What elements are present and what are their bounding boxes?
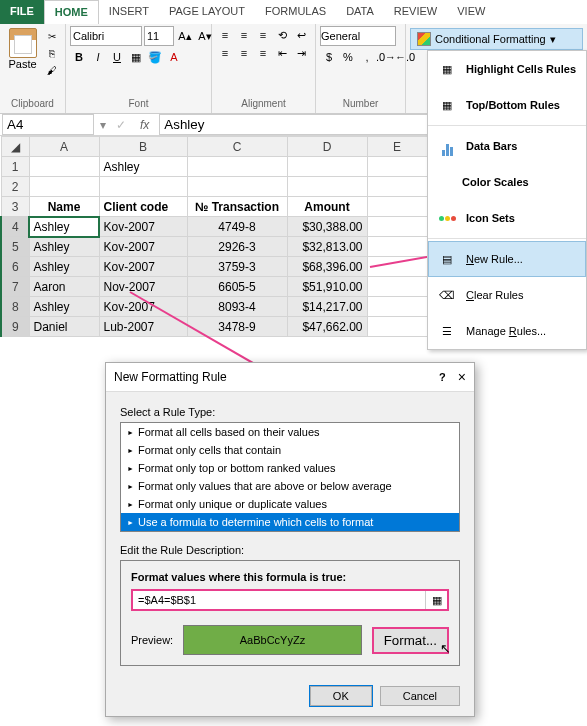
- cell[interactable]: Kov-2007: [99, 217, 187, 237]
- border-button[interactable]: ▦: [127, 48, 145, 66]
- cell[interactable]: [367, 217, 427, 237]
- increase-font-button[interactable]: A▴: [176, 27, 194, 45]
- cell[interactable]: 3759-3: [187, 257, 287, 277]
- cell[interactable]: Client code: [99, 197, 187, 217]
- cell[interactable]: 2926-3: [187, 237, 287, 257]
- tab-insert[interactable]: INSERT: [99, 0, 159, 24]
- cf-manage-rules[interactable]: ☰ Manage Rules...: [428, 313, 586, 349]
- cf-highlight-cells[interactable]: ▦ Highlight Cells Rules: [428, 51, 586, 87]
- cell[interactable]: Ashley: [29, 237, 99, 257]
- cell[interactable]: [367, 157, 427, 177]
- tab-file[interactable]: FILE: [0, 0, 44, 24]
- cell[interactable]: Daniel: [29, 317, 99, 337]
- cell[interactable]: Ashley: [29, 297, 99, 317]
- dialog-help-button[interactable]: ?: [439, 371, 446, 383]
- cell[interactable]: [367, 297, 427, 317]
- italic-button[interactable]: I: [89, 48, 107, 66]
- rule-type-option[interactable]: Format only unique or duplicate values: [121, 495, 459, 513]
- row-header[interactable]: 4: [1, 217, 29, 237]
- rule-type-option[interactable]: Format only cells that contain: [121, 441, 459, 459]
- align-center-button[interactable]: ≡: [235, 44, 253, 62]
- cell[interactable]: Nov-2007: [99, 277, 187, 297]
- rule-type-list[interactable]: Format all cells based on their values F…: [120, 422, 460, 532]
- cell[interactable]: [187, 157, 287, 177]
- format-button[interactable]: Format... ↖: [372, 627, 449, 654]
- cell[interactable]: Ashley: [29, 217, 99, 237]
- select-all-cell[interactable]: ◢: [1, 137, 29, 157]
- percent-button[interactable]: %: [339, 48, 357, 66]
- tab-page-layout[interactable]: PAGE LAYOUT: [159, 0, 255, 24]
- align-bottom-button[interactable]: ≡: [254, 26, 272, 44]
- cell[interactable]: 8093-4: [187, 297, 287, 317]
- cell[interactable]: [367, 197, 427, 217]
- bold-button[interactable]: B: [70, 48, 88, 66]
- tab-review[interactable]: REVIEW: [384, 0, 447, 24]
- row-header[interactable]: 8: [1, 297, 29, 317]
- currency-button[interactable]: $: [320, 48, 338, 66]
- row-header[interactable]: 9: [1, 317, 29, 337]
- cell[interactable]: Ashley: [29, 257, 99, 277]
- row-header[interactable]: 1: [1, 157, 29, 177]
- cell[interactable]: [29, 157, 99, 177]
- cf-color-scales[interactable]: Color Scales: [428, 164, 586, 200]
- copy-button[interactable]: ⎘: [43, 45, 61, 61]
- align-middle-button[interactable]: ≡: [235, 26, 253, 44]
- fx-icon[interactable]: fx: [132, 118, 157, 132]
- namebox-arrow-icon[interactable]: ▾: [96, 118, 110, 132]
- formula-field[interactable]: [133, 591, 425, 609]
- col-header-c[interactable]: C: [187, 137, 287, 157]
- font-color-button[interactable]: A: [165, 48, 183, 66]
- cell[interactable]: $30,388.00: [287, 217, 367, 237]
- conditional-formatting-button[interactable]: Conditional Formatting ▾: [410, 28, 583, 50]
- col-header-e[interactable]: E: [367, 137, 427, 157]
- cell[interactable]: [187, 177, 287, 197]
- row-header[interactable]: 2: [1, 177, 29, 197]
- row-header[interactable]: 5: [1, 237, 29, 257]
- cell[interactable]: [287, 157, 367, 177]
- tab-formulas[interactable]: FORMULAS: [255, 0, 336, 24]
- cf-clear-rules[interactable]: ⌫ Clear Rules: [428, 277, 586, 313]
- col-header-b[interactable]: B: [99, 137, 187, 157]
- font-size-select[interactable]: [144, 26, 174, 46]
- ok-button[interactable]: OK: [310, 686, 372, 706]
- rule-type-option[interactable]: Format only top or bottom ranked values: [121, 459, 459, 477]
- align-left-button[interactable]: ≡: [216, 44, 234, 62]
- font-name-select[interactable]: [70, 26, 142, 46]
- rule-type-option[interactable]: Format only values that are above or bel…: [121, 477, 459, 495]
- increase-indent-button[interactable]: ⇥: [292, 44, 310, 62]
- range-picker-button[interactable]: ▦: [425, 591, 447, 609]
- rule-type-option[interactable]: Format all cells based on their values: [121, 423, 459, 441]
- cancel-button[interactable]: Cancel: [380, 686, 460, 706]
- fill-color-button[interactable]: 🪣: [146, 48, 164, 66]
- format-painter-button[interactable]: 🖌: [43, 62, 61, 78]
- row-header[interactable]: 3: [1, 197, 29, 217]
- cell[interactable]: [367, 177, 427, 197]
- rule-type-option[interactable]: Use a formula to determine which cells t…: [121, 513, 459, 531]
- cell[interactable]: $68,396.00: [287, 257, 367, 277]
- row-header[interactable]: 7: [1, 277, 29, 297]
- cell[interactable]: Name: [29, 197, 99, 217]
- cell[interactable]: 6605-5: [187, 277, 287, 297]
- col-header-a[interactable]: A: [29, 137, 99, 157]
- cell[interactable]: $32,813.00: [287, 237, 367, 257]
- cell[interactable]: Aaron: [29, 277, 99, 297]
- cell[interactable]: Kov-2007: [99, 257, 187, 277]
- cut-button[interactable]: ✂: [43, 28, 61, 44]
- cell[interactable]: Ashley: [99, 157, 187, 177]
- cf-data-bars[interactable]: Data Bars: [428, 128, 586, 164]
- cell[interactable]: [29, 177, 99, 197]
- cf-icon-sets[interactable]: Icon Sets: [428, 200, 586, 236]
- cell[interactable]: $51,910.00: [287, 277, 367, 297]
- cell[interactable]: [287, 177, 367, 197]
- cell[interactable]: [367, 237, 427, 257]
- wrap-text-button[interactable]: ↩: [292, 26, 310, 44]
- cell[interactable]: [367, 277, 427, 297]
- row-header[interactable]: 6: [1, 257, 29, 277]
- cell[interactable]: Amount: [287, 197, 367, 217]
- dialog-close-button[interactable]: ×: [458, 369, 466, 385]
- cf-new-rule[interactable]: ▤ New Rule...: [428, 241, 586, 277]
- cf-top-bottom[interactable]: ▦ Top/Bottom Rules: [428, 87, 586, 123]
- tab-data[interactable]: DATA: [336, 0, 384, 24]
- cell[interactable]: [367, 317, 427, 337]
- cell[interactable]: [99, 177, 187, 197]
